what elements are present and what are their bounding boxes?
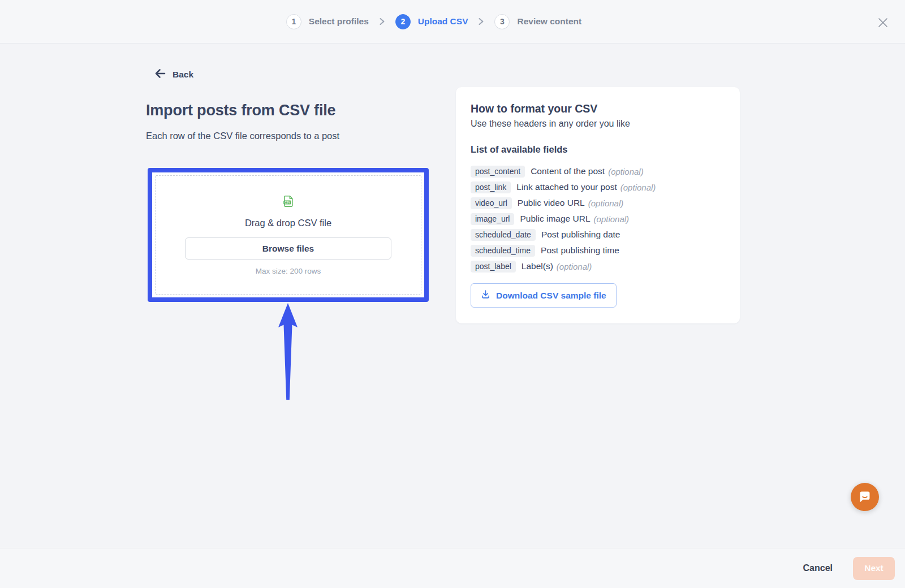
field-desc: Label(s)	[522, 261, 553, 271]
wizard-header: 1 Select profiles 2 Upload CSV 3 Review …	[0, 0, 905, 44]
wizard-footer: Cancel Next	[0, 548, 905, 588]
max-size-note: Max size: 200 rows	[256, 267, 321, 275]
field-desc: Link attached to your post	[516, 182, 617, 192]
field-desc: Post publishing date	[541, 230, 620, 240]
step-2-badge: 2	[395, 14, 411, 29]
field-desc: Public video URL	[518, 198, 585, 208]
field-row-scheduled-date: scheduled_date Post publishing date	[471, 227, 724, 243]
card-subtitle: Use these headers in any order you like	[471, 119, 724, 129]
step-1-badge: 1	[286, 14, 301, 29]
field-row-post-content: post_content Content of the post (option…	[471, 163, 724, 179]
download-sample-button[interactable]: Download CSV sample file	[471, 283, 617, 308]
field-code: post_link	[471, 181, 511, 193]
drag-drop-label: Drag & drop CSV file	[245, 218, 331, 228]
field-row-video-url: video_url Public video URL (optional)	[471, 195, 724, 211]
field-code: image_url	[471, 213, 514, 225]
field-optional: (optional)	[588, 198, 624, 208]
fields-heading: List of available fields	[471, 144, 724, 155]
dropzone-highlight-frame: CSV Drag & drop CSV file Browse files Ma…	[148, 168, 429, 302]
svg-text:CSV: CSV	[285, 201, 290, 204]
field-code: scheduled_time	[471, 245, 535, 257]
download-sample-label: Download CSV sample file	[496, 291, 606, 301]
field-code: scheduled_date	[471, 229, 536, 241]
field-desc: Post publishing time	[541, 245, 619, 256]
back-label: Back	[173, 70, 193, 80]
field-row-image-url: image_url Public image URL (optional)	[471, 211, 724, 227]
field-desc: Public image URL	[520, 214, 590, 224]
step-3-badge: 3	[494, 14, 510, 29]
chat-launcher-button[interactable]	[851, 483, 879, 511]
up-arrow-annotation	[275, 303, 300, 400]
step-select-profiles: 1 Select profiles	[286, 14, 369, 29]
csv-file-icon: CSV	[282, 194, 295, 210]
step-upload-csv: 2 Upload CSV	[395, 14, 468, 29]
fields-list: post_content Content of the post (option…	[471, 163, 724, 274]
field-optional: (optional)	[608, 167, 644, 176]
chat-bubble-icon	[857, 489, 872, 505]
field-code: post_content	[471, 166, 525, 178]
step-3-label: Review content	[517, 16, 581, 27]
close-button[interactable]	[877, 17, 889, 29]
card-title: How to format your CSV	[471, 102, 724, 115]
step-review-content: 3 Review content	[494, 14, 581, 29]
field-code: video_url	[471, 197, 512, 209]
next-button[interactable]: Next	[853, 557, 895, 580]
download-icon	[481, 289, 490, 301]
field-code: post_label	[471, 261, 516, 273]
field-row-scheduled-time: scheduled_time Post publishing time	[471, 243, 724, 258]
page-subtitle: Each row of the CSV file corresponds to …	[146, 131, 339, 141]
field-optional: (optional)	[594, 214, 630, 224]
back-button[interactable]: Back	[154, 68, 193, 81]
step-2-label: Upload CSV	[418, 16, 468, 27]
wizard-stepper: 1 Select profiles 2 Upload CSV 3 Review …	[0, 0, 905, 43]
step-1-label: Select profiles	[309, 16, 369, 27]
arrow-left-icon	[154, 68, 166, 81]
browse-files-button[interactable]: Browse files	[185, 237, 392, 260]
csv-dropzone[interactable]: CSV Drag & drop CSV file Browse files Ma…	[155, 175, 421, 295]
page-title: Import posts from CSV file	[146, 102, 335, 119]
field-optional: (optional)	[557, 262, 592, 271]
field-optional: (optional)	[620, 183, 656, 192]
chevron-right-icon	[379, 17, 385, 26]
format-help-card: How to format your CSV Use these headers…	[456, 87, 740, 323]
chevron-right-icon	[478, 17, 484, 26]
field-row-post-label: post_label Label(s) (optional)	[471, 258, 724, 274]
field-desc: Content of the post	[531, 166, 605, 176]
close-icon	[877, 17, 889, 30]
field-row-post-link: post_link Link attached to your post (op…	[471, 179, 724, 195]
cancel-button[interactable]: Cancel	[803, 563, 833, 573]
